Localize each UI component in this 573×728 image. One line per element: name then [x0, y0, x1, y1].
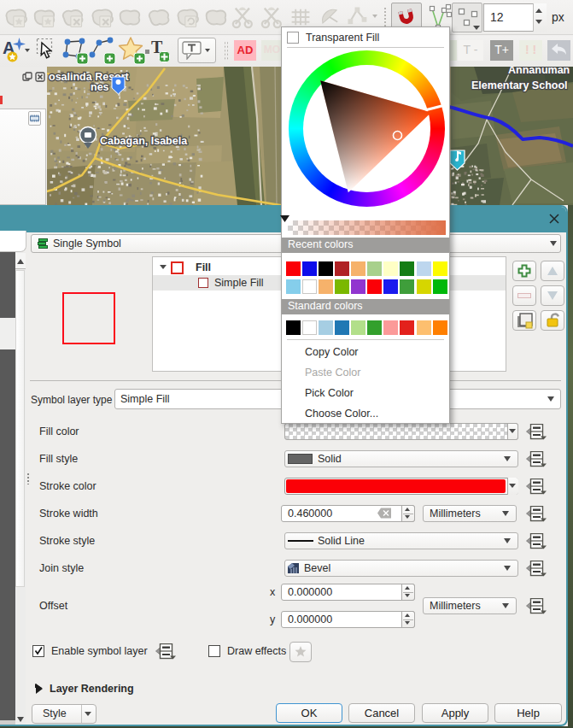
- svg-text:nes: nes: [91, 81, 109, 93]
- svg-text:Annanuman: Annanuman: [508, 67, 570, 76]
- svg-text:Elementary School: Elementary School: [471, 79, 568, 91]
- svg-text:Cabagan, Isabela: Cabagan, Isabela: [100, 135, 188, 147]
